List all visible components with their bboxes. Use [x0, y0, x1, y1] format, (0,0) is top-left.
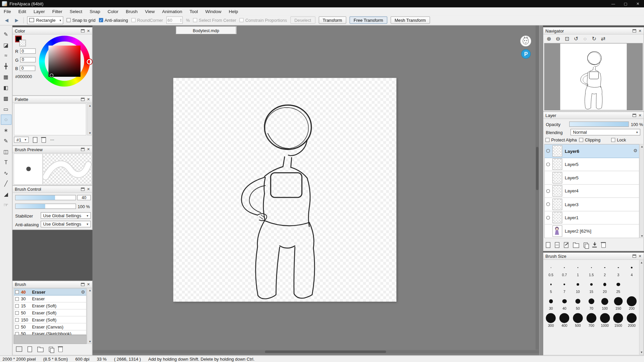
- round-corner-input[interactable]: 60 ▴▾: [166, 16, 183, 24]
- menu-layer[interactable]: Layer: [30, 7, 49, 15]
- redo-icon[interactable]: ▶: [13, 17, 20, 23]
- brush-opacity-slider[interactable]: [15, 203, 76, 209]
- rotate-cw-icon[interactable]: ↻: [590, 35, 598, 42]
- hue-marker[interactable]: [87, 59, 92, 64]
- close-icon[interactable]: ✕: [638, 113, 641, 117]
- brush-size-scrollbar[interactable]: ▲ ▼: [639, 260, 643, 355]
- duplicate-layer-button[interactable]: [584, 242, 588, 247]
- menu-window[interactable]: Window: [202, 7, 225, 15]
- round-corner-checkbox[interactable]: RoundCorner: [131, 18, 163, 23]
- float-panel-icon[interactable]: [633, 254, 636, 258]
- saturation-value-square[interactable]: [48, 46, 80, 77]
- close-icon[interactable]: ✕: [87, 29, 90, 33]
- layer-visibility-toggle[interactable]: [546, 202, 550, 206]
- duplicate-brush-button[interactable]: [49, 347, 53, 352]
- undo-icon[interactable]: ◀: [3, 17, 10, 23]
- menu-animation[interactable]: Animation: [158, 7, 186, 15]
- zoom-in-icon[interactable]: ⊕: [545, 35, 553, 42]
- navigator-viewport[interactable]: [544, 43, 643, 111]
- scroll-down-icon[interactable]: ▼: [88, 132, 93, 135]
- brush-size-option[interactable]: 1.5: [585, 261, 598, 278]
- layer-list-scrollbar[interactable]: ▲ ▼: [640, 144, 644, 238]
- menu-snap[interactable]: Snap: [86, 7, 104, 15]
- brush-size-option[interactable]: 20: [598, 278, 611, 295]
- blue-input[interactable]: 0: [20, 66, 36, 71]
- delete-palette-color-button[interactable]: [42, 138, 46, 143]
- panel-splitter[interactable]: [539, 25, 543, 355]
- protect-alpha-checkbox[interactable]: Protect Alpha: [545, 137, 577, 142]
- brush-row[interactable]: 30 Eraser: [14, 296, 87, 303]
- checkbox-icon[interactable]: [15, 325, 19, 328]
- brush-size-option[interactable]: 40: [558, 295, 571, 311]
- scroll-down-icon[interactable]: ▼: [88, 340, 93, 343]
- brush-size-option[interactable]: 200: [625, 295, 638, 311]
- brush-row[interactable]: 50 Eraser (Soft): [14, 309, 87, 316]
- red-input[interactable]: 0: [20, 48, 36, 54]
- tool-magic-wand[interactable]: ∗: [1, 125, 11, 135]
- menu-filter[interactable]: Filter: [49, 7, 66, 15]
- brush-size-option[interactable]: 0.7: [558, 261, 571, 278]
- brush-size-option[interactable]: 1: [571, 261, 585, 278]
- brush-size-option[interactable]: 50: [571, 295, 585, 311]
- brush-size-option[interactable]: 4: [625, 261, 638, 278]
- tool-move[interactable]: ╋: [1, 61, 11, 71]
- rotate-ccw-icon[interactable]: ↺: [572, 35, 580, 42]
- palette-scrollbar[interactable]: ▲ ▼: [87, 104, 92, 136]
- blending-select[interactable]: Normal ▾: [571, 129, 640, 135]
- brush-size-option[interactable]: 7: [558, 278, 571, 295]
- brush-size-option[interactable]: 3: [611, 261, 625, 278]
- layer-row[interactable]: Layer2 [62%]: [545, 225, 639, 238]
- brush-size-slider[interactable]: [15, 195, 76, 200]
- layer-visibility-toggle[interactable]: [546, 149, 550, 153]
- constrain-proportions-checkbox[interactable]: Constrain Proportions: [239, 18, 287, 23]
- scroll-down-icon[interactable]: ▼: [640, 234, 644, 237]
- checkbox-icon[interactable]: [15, 318, 19, 321]
- select-from-center-checkbox[interactable]: Select From Center: [193, 18, 236, 23]
- zoom-out-icon[interactable]: ⊖: [554, 35, 562, 42]
- snap-to-grid-checkbox[interactable]: Snap to grid: [66, 18, 95, 23]
- scroll-down-icon[interactable]: ▼: [639, 351, 644, 354]
- checkbox-icon[interactable]: [15, 297, 19, 301]
- opacity-slider[interactable]: [569, 121, 629, 127]
- float-panel-icon[interactable]: [81, 29, 85, 33]
- close-icon[interactable]: ✕: [638, 254, 641, 258]
- tool-line[interactable]: ╱: [1, 179, 11, 189]
- zoom-reset-icon[interactable]: ⊡: [563, 35, 571, 42]
- background-color-swatch[interactable]: [19, 40, 26, 47]
- brush-settings-icon[interactable]: ⚙: [81, 289, 85, 295]
- brush-size-option[interactable]: 400: [558, 311, 571, 328]
- brush-size-option[interactable]: 30: [544, 295, 557, 311]
- layer-row[interactable]: Layer5: [545, 171, 639, 185]
- layer-visibility-toggle[interactable]: [546, 189, 550, 193]
- canvas[interactable]: [173, 78, 396, 302]
- alpaca-mascot-icon[interactable]: [520, 35, 531, 47]
- brush-size-option[interactable]: 70: [585, 295, 598, 311]
- brush-size-option[interactable]: 15: [585, 278, 598, 295]
- brush-size-option[interactable]: 300: [544, 311, 557, 328]
- layer-row[interactable]: Layer6 ⚙: [545, 144, 639, 158]
- brush-row[interactable]: 40 Eraser ⚙: [14, 289, 87, 296]
- menu-color[interactable]: Color: [104, 7, 122, 15]
- layer-visibility-toggle[interactable]: [546, 163, 550, 166]
- anti-aliasing-select[interactable]: Use Global Settings ▾: [41, 221, 91, 228]
- float-panel-icon[interactable]: [81, 283, 85, 286]
- layer-visibility-toggle[interactable]: [546, 216, 550, 220]
- vertical-scrollbar[interactable]: [536, 25, 539, 350]
- menu-select[interactable]: Select: [66, 7, 86, 15]
- brush-size-option[interactable]: 5: [544, 278, 557, 295]
- new-folder-button[interactable]: [573, 243, 579, 248]
- rotate-reset-icon[interactable]: ◌: [581, 35, 589, 42]
- menu-help[interactable]: Help: [225, 7, 242, 15]
- tool-eyedropper[interactable]: ◢: [1, 189, 11, 199]
- float-panel-icon[interactable]: [81, 148, 85, 151]
- layer-row[interactable]: Layer3: [545, 198, 639, 211]
- layer-row[interactable]: Layer1: [545, 211, 639, 225]
- maximize-icon[interactable]: ▢: [620, 0, 632, 7]
- scroll-up-icon[interactable]: ▲: [640, 145, 644, 148]
- brush-row[interactable]: 150 Eraser (Soft): [14, 316, 87, 323]
- stabilizer-select[interactable]: Use Global Settings ▾: [41, 212, 91, 219]
- menu-brush[interactable]: Brush: [122, 7, 141, 15]
- minimize-icon[interactable]: —: [607, 0, 620, 7]
- deselect-button[interactable]: Deselect: [290, 16, 315, 24]
- tool-eraser[interactable]: ◪: [1, 40, 11, 50]
